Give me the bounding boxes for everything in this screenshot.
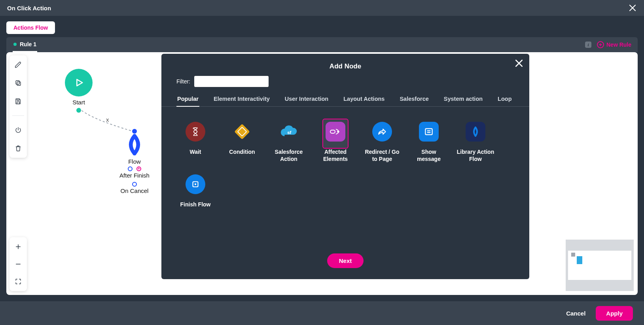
add-node-panel: Add Node Filter: Popular Element Interac… [161, 54, 529, 279]
flow-node-add-port[interactable] [136, 166, 141, 171]
category-tab-loop[interactable]: Loop [497, 92, 512, 107]
modal-title: On Click Action [7, 5, 51, 11]
on-click-action-modal: On Click Action Actions Flow Rule 1 i + … [0, 0, 644, 325]
panel-close-icon[interactable] [515, 59, 523, 67]
rules-bar: Rule 1 i + New Rule [6, 37, 638, 52]
flow-node-in-port[interactable] [132, 129, 137, 134]
svg-rect-1 [16, 81, 19, 84]
close-icon[interactable] [628, 4, 637, 12]
after-finish-label: After Finish [119, 172, 150, 179]
edit-icon[interactable] [13, 59, 24, 70]
cloud-icon: sf [279, 122, 299, 142]
zoom-in-icon[interactable] [13, 241, 24, 252]
edge-delete-marker[interactable]: x [106, 116, 109, 123]
node-card-affected-elements[interactable]: Affected Elements [316, 119, 354, 162]
canvas-toolstrip [9, 55, 27, 158]
panel-title: Add Node [161, 54, 529, 76]
start-node[interactable]: Start [65, 69, 93, 113]
power-icon[interactable] [13, 125, 24, 136]
on-cancel-label: On Cancel [119, 187, 150, 194]
node-label: Salesforce Action [270, 149, 308, 162]
svg-rect-0 [17, 82, 21, 85]
category-tab-salesforce[interactable]: Salesforce [399, 92, 429, 107]
title-bar: On Click Action [0, 0, 644, 16]
finish-flow-icon [186, 174, 205, 194]
cancel-button[interactable]: Cancel [566, 310, 585, 317]
trash-icon[interactable] [13, 143, 24, 154]
play-icon [65, 69, 93, 96]
flow-node-cancel-port[interactable] [132, 182, 137, 187]
copy-icon[interactable] [13, 77, 24, 89]
new-rule-button[interactable]: + New Rule [597, 41, 631, 48]
save-icon[interactable] [13, 96, 24, 107]
plus-circle-icon: + [597, 41, 604, 48]
minimap-viewport [568, 251, 631, 280]
category-tab-user-interaction[interactable]: User Interaction [284, 92, 329, 107]
toolstrip-separator [12, 115, 25, 116]
category-tab-layout-actions[interactable]: Layout Actions [343, 92, 385, 107]
node-label: Affected Elements [316, 149, 354, 162]
filter-row: Filter: [161, 76, 529, 92]
zoom-toolstrip [9, 237, 27, 291]
modal-footer: Cancel Apply [0, 301, 644, 325]
filter-input[interactable] [194, 76, 269, 87]
svg-text:sf: sf [287, 130, 291, 135]
node-card-salesforce-action[interactable]: sf Salesforce Action [270, 119, 308, 162]
node-card-wait[interactable]: Wait [176, 119, 214, 162]
start-node-label: Start [65, 99, 93, 106]
new-rule-label: New Rule [606, 42, 631, 48]
library-flow-icon [466, 122, 485, 142]
minimap-node-icon [577, 256, 582, 264]
node-label: Show message [410, 149, 448, 162]
node-card-finish-flow[interactable]: Finish Flow [176, 171, 214, 208]
node-card-redirect[interactable]: Redirect / Go to Page [363, 119, 401, 162]
node-label: Finish Flow [176, 201, 214, 208]
category-tabs: Popular Element Interactivity User Inter… [161, 92, 529, 107]
flow-canvas-container: x Start Flow [6, 52, 638, 295]
flow-node-icon [123, 134, 146, 156]
share-arrow-icon [372, 122, 392, 142]
minimap[interactable] [566, 240, 634, 291]
category-tab-popular[interactable]: Popular [176, 92, 199, 107]
svg-rect-2 [234, 124, 250, 140]
minimap-node-icon [571, 253, 575, 257]
category-tab-system-action[interactable]: System action [443, 92, 483, 107]
rules-bar-right: i + New Rule [585, 41, 631, 48]
start-node-port[interactable] [76, 108, 81, 113]
flow-node-out-port-1[interactable] [128, 166, 133, 171]
flow-tab-row: Actions Flow [0, 16, 644, 37]
svg-point-6 [337, 131, 339, 132]
actions-flow-tab[interactable]: Actions Flow [6, 21, 55, 34]
rule-tab[interactable]: Rule 1 [13, 37, 37, 52]
node-card-show-message[interactable]: Show message [410, 119, 448, 162]
apply-button[interactable]: Apply [596, 306, 633, 321]
info-icon[interactable]: i [585, 42, 591, 48]
svg-rect-7 [425, 128, 432, 134]
rule-active-dot-icon [13, 43, 17, 46]
node-label: Condition [223, 149, 261, 156]
node-card-library-action-flow[interactable]: Library Action Flow [456, 119, 494, 162]
message-icon [419, 122, 439, 142]
filter-label: Filter: [176, 78, 190, 85]
diamond-icon [232, 122, 252, 142]
node-card-condition[interactable]: Condition [223, 119, 261, 162]
zoom-out-icon[interactable] [13, 259, 24, 270]
svg-point-9 [195, 183, 196, 185]
hourglass-icon [186, 122, 205, 142]
flow-node[interactable]: Flow After Finish On Cancel [119, 127, 150, 194]
svg-rect-5 [330, 130, 335, 133]
flow-node-label: Flow [119, 158, 150, 165]
nodes-grid: Wait Condition sf Salesforce Action [161, 107, 529, 220]
category-tab-element-interactivity[interactable]: Element Interactivity [213, 92, 271, 107]
fit-screen-icon[interactable] [13, 276, 24, 287]
node-label: Library Action Flow [456, 149, 494, 162]
node-label: Wait [176, 149, 214, 156]
next-button[interactable]: Next [327, 253, 364, 268]
rule-tab-label: Rule 1 [20, 41, 36, 47]
node-label: Redirect / Go to Page [363, 149, 401, 162]
affected-elements-icon [326, 122, 345, 142]
